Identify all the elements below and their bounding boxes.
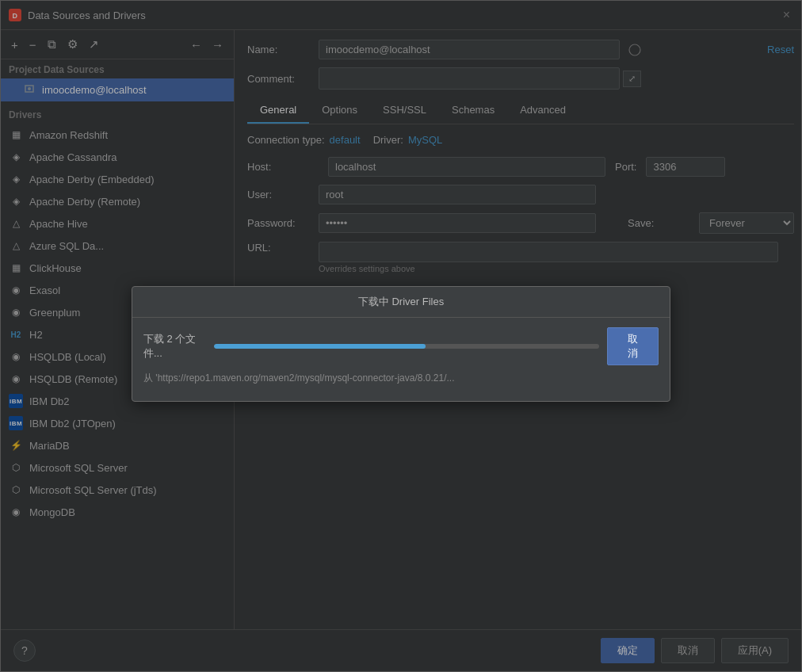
dialog-url-row: 从 'https://repo1.maven.org/maven2/mysql/… (143, 372, 659, 385)
dialog-progress-row: 下载 2 个文件... 取消 (143, 327, 659, 365)
downloading-text: 下载 2 个文件... (143, 332, 206, 361)
progress-bar-fill (214, 344, 426, 349)
download-dialog-overlay: 下载中 Driver Files 下载 2 个文件... 取消 从 'https… (1, 1, 801, 671)
dialog-url-text: 从 'https://repo1.maven.org/maven2/mysql/… (143, 372, 454, 385)
download-dialog: 下载中 Driver Files 下载 2 个文件... 取消 从 'https… (132, 286, 670, 402)
dialog-body: 下载 2 个文件... 取消 从 'https://repo1.maven.or… (132, 318, 670, 401)
dialog-title: 下载中 Driver Files (132, 287, 670, 318)
main-window: D Data Sources and Drivers × + − ⧉ ⚙ ↗ ←… (0, 0, 802, 672)
dialog-cancel-button[interactable]: 取消 (607, 327, 659, 365)
progress-bar (214, 344, 600, 349)
